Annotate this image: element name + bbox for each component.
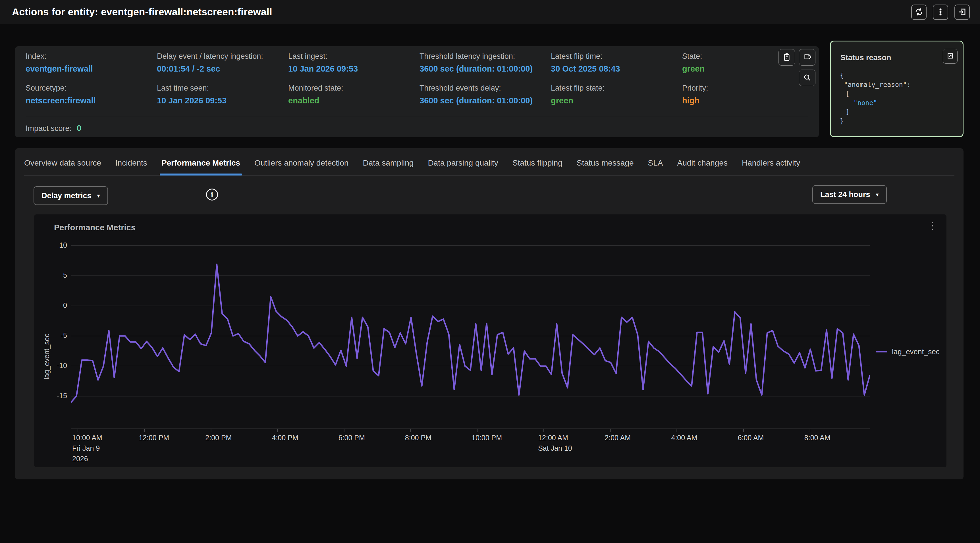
field-threshold-latency: Threshold latency ingestion: 3600 sec (d…	[420, 52, 551, 84]
info-icon[interactable]: i	[206, 189, 218, 200]
y-tick-label: -5	[37, 332, 67, 340]
code-line: {	[840, 71, 911, 80]
open-external-button[interactable]	[943, 49, 958, 64]
status-reason-code: { "anomaly_reason": [ "none" ] }	[840, 71, 911, 125]
y-tick-label: -10	[37, 362, 67, 370]
field-last-ingest: Last ingest: 10 Jan 2026 09:53	[288, 52, 420, 84]
exit-button[interactable]	[955, 5, 970, 20]
open-external-icon	[947, 52, 954, 60]
tag-icon	[803, 53, 811, 62]
tab-data-sampling[interactable]: Data sampling	[363, 159, 414, 168]
chevron-down-icon: ▾	[876, 191, 879, 198]
chevron-down-icon: ▾	[97, 192, 100, 199]
tab-data-parsing-quality[interactable]: Data parsing quality	[428, 159, 498, 168]
y-tick-label: -15	[37, 392, 67, 400]
impact-score-row: Impact score:0	[25, 124, 81, 133]
y-tick-label: 5	[37, 271, 67, 279]
field-value: 10 Jan 2026 09:53	[157, 96, 288, 105]
field-label: Latest flip state:	[551, 84, 682, 92]
status-reason-title: Status reason	[840, 53, 891, 62]
metric-dropdown-label: Delay metrics	[41, 191, 92, 200]
x-tick-label: 12:00 PM	[139, 432, 169, 443]
chart-svg	[71, 240, 870, 439]
field-value: enabled	[288, 96, 420, 105]
tab-bar: Overview data source Incidents Performan…	[24, 159, 955, 176]
tab-handlers-activity[interactable]: Handlers activity	[742, 159, 800, 168]
code-line: "anomaly_reason":	[840, 80, 911, 89]
field-delay-event: Delay event / latency ingestion: 00:01:5…	[157, 52, 288, 84]
tab-status-flipping[interactable]: Status flipping	[512, 159, 563, 168]
series-line	[71, 264, 870, 402]
legend-label: lag_event_sec	[892, 347, 940, 356]
tab-audit-changes[interactable]: Audit changes	[677, 159, 727, 168]
field-label: Priority:	[682, 84, 813, 92]
page-title: Actions for entity: eventgen-firewall:ne…	[12, 6, 272, 17]
x-tick-label: 10:00 AMFri Jan 92026	[72, 432, 102, 464]
y-axis-title: lag_event_sec	[43, 308, 54, 405]
metric-type-dropdown[interactable]: Delay metrics ▾	[33, 186, 108, 205]
tab-incidents[interactable]: Incidents	[115, 159, 147, 168]
chart-controls: Delay metrics ▾ i Last 24 hours ▾	[15, 184, 964, 207]
field-index: Index: eventgen-firewall	[25, 52, 157, 84]
field-value: 30 Oct 2025 08:43	[551, 64, 682, 73]
entity-info-panel: Index: eventgen-firewall Delay event / l…	[15, 46, 819, 137]
top-header-bar: Actions for entity: eventgen-firewall:ne…	[0, 0, 980, 24]
more-button[interactable]	[933, 5, 948, 20]
entity-fields: Index: eventgen-firewall Delay event / l…	[25, 52, 813, 116]
tab-status-message[interactable]: Status message	[577, 159, 634, 168]
search-icon	[803, 73, 811, 83]
clipboard-icon	[783, 53, 791, 62]
field-value: 3600 sec (duration: 01:00:00)	[420, 64, 551, 73]
entity-panel-actions-2	[799, 70, 815, 86]
field-label: Threshold events delay:	[420, 84, 551, 92]
field-label: Sourcetype:	[25, 84, 157, 92]
field-label: Delay event / latency ingestion:	[157, 52, 288, 61]
x-tick-label: 4:00 PM	[272, 432, 298, 443]
y-tick-label: 0	[37, 301, 67, 310]
tab-outliers-anomaly-detection[interactable]: Outliers anomaly detection	[255, 159, 349, 168]
x-tick-label: 6:00 AM	[738, 432, 764, 443]
code-line: }	[840, 116, 911, 125]
field-latest-flip-state: Latest flip state: green	[551, 84, 682, 116]
field-priority: Priority: high	[682, 84, 813, 116]
legend-swatch	[876, 351, 887, 352]
field-value: netscreen:firewall	[25, 96, 157, 105]
code-line: "none"	[840, 98, 911, 107]
field-threshold-events: Threshold events delay: 3600 sec (durati…	[420, 84, 551, 116]
refresh-button[interactable]	[911, 5, 927, 20]
time-range-label: Last 24 hours	[820, 190, 870, 199]
chart-menu-kebab-icon[interactable]: ⋮	[928, 221, 937, 230]
field-label: Last ingest:	[288, 52, 420, 61]
divider	[25, 117, 808, 117]
tag-button[interactable]	[799, 49, 815, 66]
field-monitored-state: Monitored state: enabled	[288, 84, 420, 116]
field-value: 00:01:54 / -2 sec	[157, 64, 288, 73]
field-label: Latest flip time:	[551, 52, 682, 61]
tab-overview-data-source[interactable]: Overview data source	[24, 159, 101, 168]
exit-icon	[958, 8, 966, 17]
code-line: ]	[840, 107, 911, 116]
field-value: green	[551, 96, 682, 105]
field-latest-flip-time: Latest flip time: 30 Oct 2025 08:43	[551, 52, 682, 84]
x-tick-label: 2:00 PM	[205, 432, 232, 443]
field-value: eventgen-firewall	[25, 64, 157, 73]
field-label: Monitored state:	[288, 84, 420, 92]
tab-sla[interactable]: SLA	[648, 159, 663, 168]
field-value: 10 Jan 2026 09:53	[288, 64, 420, 73]
y-tick-label: 10	[37, 241, 67, 249]
field-label: Threshold latency ingestion:	[420, 52, 551, 61]
chart-title: Performance Metrics	[54, 223, 135, 232]
field-label: Last time seen:	[157, 84, 288, 92]
main-panel: Overview data source Incidents Performan…	[15, 148, 964, 479]
status-reason-panel: Status reason { "anomaly_reason": [ "non…	[830, 41, 964, 137]
search-button[interactable]	[799, 70, 815, 86]
impact-score-value: 0	[77, 124, 81, 133]
clipboard-button[interactable]	[778, 49, 795, 66]
field-label: Index:	[25, 52, 157, 61]
time-range-dropdown[interactable]: Last 24 hours ▾	[812, 185, 887, 204]
tab-performance-metrics[interactable]: Performance Metrics	[161, 159, 240, 168]
field-value: high	[682, 96, 813, 105]
field-value: 3600 sec (duration: 01:00:00)	[420, 96, 551, 105]
field-sourcetype: Sourcetype: netscreen:firewall	[25, 84, 157, 116]
x-tick-label: 2:00 AM	[605, 432, 631, 443]
